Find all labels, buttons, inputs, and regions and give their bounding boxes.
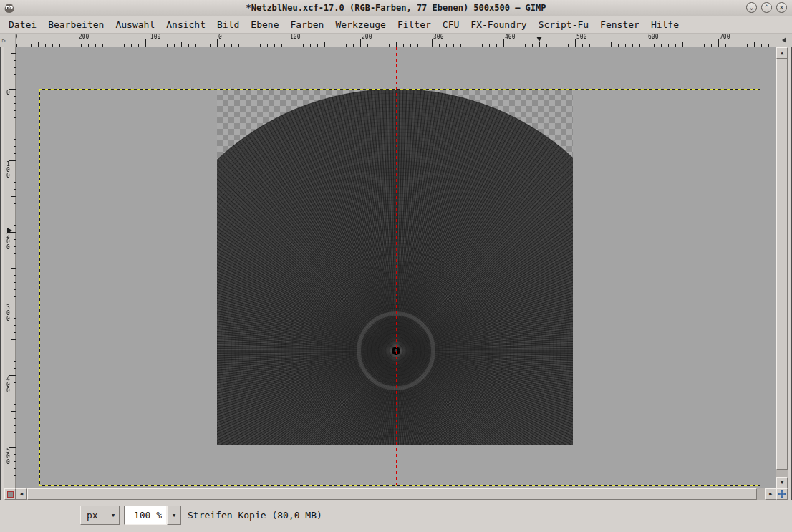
menu-item-ansicht[interactable]: Ansicht	[160, 18, 211, 32]
menu-item-bearbeiten[interactable]: Bearbeiten	[42, 18, 110, 32]
ruler-corner-button[interactable]: ▷	[0, 34, 16, 47]
canvas-area[interactable]	[16, 47, 776, 488]
menu-bar: DateiBearbeitenAuswahlAnsichtBildEbeneFa…	[0, 16, 792, 34]
menu-item-auswahl[interactable]: Auswahl	[110, 18, 160, 32]
status-bar: px ▼ ▼ Streifen-Kopie (80,0 MB)	[0, 500, 792, 532]
scroll-down-button[interactable]: ▼	[776, 477, 788, 488]
menu-item-bild[interactable]: Bild	[211, 18, 245, 32]
menu-item-script-fu[interactable]: Script-Fu	[533, 18, 594, 32]
scroll-right-icon: ▶	[769, 492, 772, 497]
window-controls: ⌄ ⌃ ✕	[746, 2, 787, 13]
gimp-window: { "window": { "title": "*NetzblNeu.xcf-1…	[0, 0, 792, 532]
horizontal-scrollbar[interactable]: ◀ ▶	[16, 488, 776, 500]
pan-arrows-icon	[778, 490, 786, 498]
unit-dropdown-icon: ▼	[107, 506, 119, 524]
unit-value: px	[81, 510, 107, 521]
horizontal-scroll-thumb[interactable]	[27, 488, 757, 500]
vertical-scrollbar[interactable]: ▲ ▼	[776, 47, 788, 488]
scroll-left-button[interactable]: ◀	[16, 488, 27, 500]
scroll-left-icon: ◀	[20, 492, 23, 497]
menu-item-hilfe[interactable]: Hilfe	[645, 18, 685, 32]
maximize-button[interactable]: ⌃	[761, 2, 772, 13]
menu-item-werkzeuge[interactable]: Werkzeuge	[329, 18, 391, 32]
layer-boundary	[39, 89, 760, 486]
scroll-right-button[interactable]: ▶	[765, 488, 776, 500]
zoom-input[interactable]	[124, 506, 167, 525]
menu-item-fx-foundry[interactable]: FX-Foundry	[465, 18, 532, 32]
menu-item-farben[interactable]: Farben	[284, 18, 329, 32]
status-message: Streifen-Kopie (80,0 MB)	[188, 506, 322, 525]
navigation-button[interactable]	[776, 488, 788, 500]
scroll-up-button[interactable]: ▲	[776, 47, 788, 59]
menu-item-datei[interactable]: Datei	[3, 18, 42, 32]
zoom-dropdown-icon: ▼	[173, 513, 175, 518]
menu-item-filter[interactable]: Filter	[392, 18, 437, 32]
menu-arrow-icon	[782, 37, 786, 43]
maximize-icon: ⌃	[765, 4, 768, 11]
zoom-dropdown-button[interactable]: ▼	[167, 506, 181, 525]
title-bar[interactable]: *NetzblNeu.xcf-17.0 (RGB-Farben, 77 Eben…	[0, 0, 792, 16]
menu-item-ebene[interactable]: Ebene	[245, 18, 284, 32]
horizontal-ruler[interactable]	[16, 34, 776, 47]
scroll-up-icon: ▲	[781, 51, 783, 56]
symmetry-line	[396, 47, 397, 488]
canvas-menu-button[interactable]	[776, 34, 792, 47]
quickmask-toggle-button[interactable]	[4, 488, 16, 500]
minimize-button[interactable]: ⌄	[746, 2, 757, 13]
ruler-corner-icon: ▷	[2, 37, 6, 44]
close-button[interactable]: ✕	[776, 2, 787, 13]
quickmask-icon	[7, 491, 14, 498]
menu-item-cfu[interactable]: CFU	[437, 18, 465, 32]
unit-select[interactable]: px ▼	[80, 506, 120, 525]
window-title: *NetzblNeu.xcf-17.0 (RGB-Farben, 77 Eben…	[0, 3, 792, 13]
vertical-scroll-thumb[interactable]	[776, 59, 788, 470]
scroll-down-icon: ▼	[781, 480, 783, 485]
horizontal-scroll-track[interactable]	[27, 488, 765, 500]
vertical-scroll-track[interactable]	[776, 59, 788, 477]
minimize-icon: ⌄	[750, 4, 753, 11]
close-icon: ✕	[780, 4, 783, 11]
vertical-ruler[interactable]	[4, 47, 16, 488]
menu-item-fenster[interactable]: Fenster	[594, 18, 645, 32]
